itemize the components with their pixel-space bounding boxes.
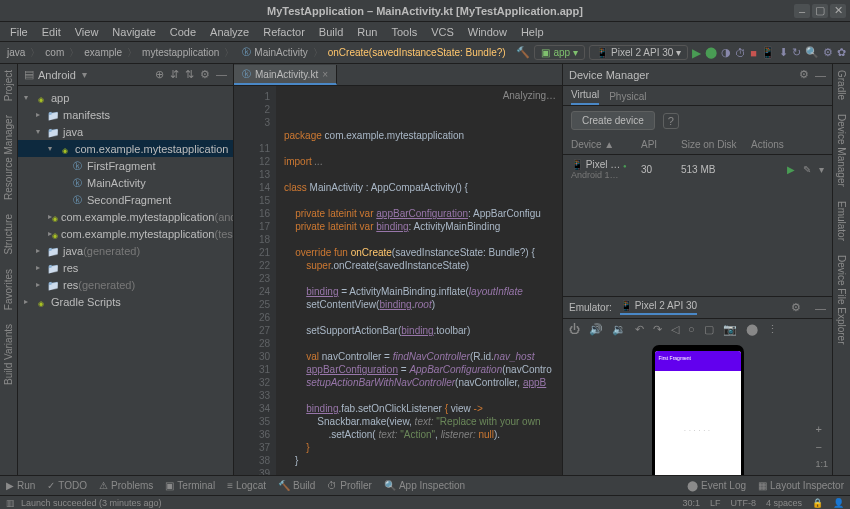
tool-window-todo[interactable]: ✓ TODO	[47, 480, 87, 491]
edit-avd-icon[interactable]: ✎	[803, 164, 811, 175]
more-icon[interactable]: ✿	[837, 46, 846, 59]
menu-vcs[interactable]: VCS	[425, 24, 460, 40]
tree-node[interactable]: ▸manifests	[18, 106, 233, 123]
breadcrumb-method[interactable]: onCreate(savedInstanceState: Bundle?)	[325, 47, 509, 58]
avd-menu-icon[interactable]: ▾	[819, 164, 824, 175]
expand-all-icon[interactable]: ⇵	[170, 68, 179, 81]
tool-stripe-device-manager[interactable]: Device Manager	[836, 114, 847, 187]
select-opened-file-icon[interactable]: ⊕	[155, 68, 164, 81]
line-separator[interactable]: LF	[710, 498, 721, 508]
menu-navigate[interactable]: Navigate	[106, 24, 161, 40]
tool-window-problems[interactable]: ⚠ Problems	[99, 480, 153, 491]
tree-node[interactable]: ▸res (generated)	[18, 276, 233, 293]
tool-stripe-gradle[interactable]: Gradle	[836, 70, 847, 100]
tool-window-run[interactable]: ▶ Run	[6, 480, 35, 491]
device-manager-settings-icon[interactable]: ⚙	[799, 68, 809, 81]
tree-node[interactable]: ▾java	[18, 123, 233, 140]
volume-up-icon[interactable]: 🔊	[589, 323, 603, 336]
launch-avd-icon[interactable]: ▶	[787, 164, 795, 175]
build-hammer-icon[interactable]: 🔨	[516, 46, 530, 59]
overview-icon[interactable]: ▢	[704, 323, 714, 336]
menu-view[interactable]: View	[69, 24, 105, 40]
editor-tab-mainactivity[interactable]: MainActivity.kt ×	[234, 65, 337, 85]
project-view-title[interactable]: Android	[38, 69, 76, 81]
rotate-left-icon[interactable]: ↶	[635, 323, 644, 336]
volume-down-icon[interactable]: 🔉	[612, 323, 626, 336]
tab-physical[interactable]: Physical	[609, 91, 646, 105]
hide-panel-icon[interactable]: —	[216, 68, 227, 81]
menu-analyze[interactable]: Analyze	[204, 24, 255, 40]
rotate-right-icon[interactable]: ↷	[653, 323, 662, 336]
zoom-out-icon[interactable]: −	[815, 441, 828, 453]
create-device-button[interactable]: Create device	[571, 111, 655, 130]
tool-window-build[interactable]: 🔨 Build	[278, 480, 315, 491]
window-minimize-button[interactable]: –	[794, 4, 810, 18]
device-row[interactable]: 📱 Pixel … ● Android 1… 30 513 MB ▶ ✎ ▾	[563, 155, 832, 184]
power-icon[interactable]: ⏻	[569, 323, 580, 335]
record-icon[interactable]: ⬤	[746, 323, 758, 336]
run-config-selector[interactable]: ▣ app ▾	[534, 45, 585, 60]
more-icon[interactable]: ⋮	[767, 323, 778, 336]
menu-window[interactable]: Window	[462, 24, 513, 40]
tool-stripe-resource-manager[interactable]: Resource Manager	[3, 115, 14, 200]
coverage-button[interactable]: ◑	[721, 46, 731, 59]
search-everywhere-icon[interactable]: 🔍	[805, 46, 819, 59]
breadcrumb-segment[interactable]: java	[4, 47, 28, 58]
run-button[interactable]: ▶	[692, 46, 701, 60]
menu-code[interactable]: Code	[164, 24, 202, 40]
debug-button[interactable]: ⬤	[705, 46, 717, 59]
breadcrumb-segment[interactable]: mytestapplication	[139, 47, 222, 58]
breadcrumb-segment[interactable]: example	[81, 47, 125, 58]
code-editor[interactable]: Analyzing… package com.example.mytestapp…	[276, 86, 562, 491]
tree-node[interactable]: FirstFragment	[18, 157, 233, 174]
settings-gear-icon[interactable]: ⚙	[200, 68, 210, 81]
menu-file[interactable]: File	[4, 24, 34, 40]
avd-manager-icon[interactable]: 📱	[761, 46, 775, 59]
tree-node[interactable]: ▸com.example.mytestapplication (test)	[18, 225, 233, 242]
menu-tools[interactable]: Tools	[385, 24, 423, 40]
menu-refactor[interactable]: Refactor	[257, 24, 311, 40]
tool-window-app-inspection[interactable]: 🔍 App Inspection	[384, 480, 465, 491]
tab-virtual[interactable]: Virtual	[571, 89, 599, 105]
collapse-all-icon[interactable]: ⇅	[185, 68, 194, 81]
screenshot-icon[interactable]: 📷	[723, 323, 737, 336]
zoom-fit-icon[interactable]: 1:1	[815, 459, 828, 469]
menu-build[interactable]: Build	[313, 24, 349, 40]
tool-stripe-project[interactable]: Project	[3, 70, 14, 101]
tree-node[interactable]: ▾com.example.mytestapplication	[18, 140, 233, 157]
caret-position[interactable]: 30:1	[682, 498, 700, 508]
home-icon[interactable]: ○	[688, 323, 695, 335]
help-button[interactable]: ?	[663, 113, 679, 129]
zoom-in-icon[interactable]: +	[815, 423, 828, 435]
tool-stripe-favorites[interactable]: Favorites	[3, 269, 14, 310]
hide-panel-icon[interactable]: —	[815, 69, 826, 81]
tool-stripe-structure[interactable]: Structure	[3, 214, 14, 255]
sdk-manager-icon[interactable]: ⬇	[779, 46, 788, 59]
tool-window-profiler[interactable]: ⏱ Profiler	[327, 480, 372, 491]
indent-setting[interactable]: 4 spaces	[766, 498, 802, 508]
tool-window-logcat[interactable]: ≡ Logcat	[227, 480, 266, 491]
file-encoding[interactable]: UTF-8	[730, 498, 756, 508]
inspection-profile-icon[interactable]: 👤	[833, 498, 844, 508]
tool-stripe-device-file-explorer[interactable]: Device File Explorer	[836, 255, 847, 344]
emulator-tab[interactable]: 📱 Pixel 2 API 30	[620, 300, 697, 315]
breadcrumb-segment[interactable]: com	[42, 47, 67, 58]
menu-run[interactable]: Run	[351, 24, 383, 40]
close-tab-icon[interactable]: ×	[322, 69, 328, 80]
profile-button[interactable]: ⏱	[735, 47, 746, 59]
tree-node[interactable]: ▾app	[18, 89, 233, 106]
settings-icon[interactable]: ⚙	[823, 46, 833, 59]
tree-node[interactable]: ▸com.example.mytestapplication (androidT…	[18, 208, 233, 225]
tree-node[interactable]: ▸Gradle Scripts	[18, 293, 233, 310]
hide-panel-icon[interactable]: —	[815, 302, 826, 314]
tool-window-layout-inspector[interactable]: ▦ Layout Inspector	[758, 480, 844, 491]
tool-stripe-build-variants[interactable]: Build Variants	[3, 324, 14, 385]
window-maximize-button[interactable]: ▢	[812, 4, 828, 18]
emulator-settings-icon[interactable]: ⚙	[791, 301, 801, 314]
tool-window-event-log[interactable]: ⬤ Event Log	[687, 480, 746, 491]
stop-button[interactable]: ■	[750, 47, 757, 59]
read-only-lock-icon[interactable]: 🔒	[812, 498, 823, 508]
sync-gradle-icon[interactable]: ↻	[792, 46, 801, 59]
editor-gutter[interactable]: 1231112131415161718212223242526272830313…	[234, 86, 276, 491]
tree-node[interactable]: ▸res	[18, 259, 233, 276]
